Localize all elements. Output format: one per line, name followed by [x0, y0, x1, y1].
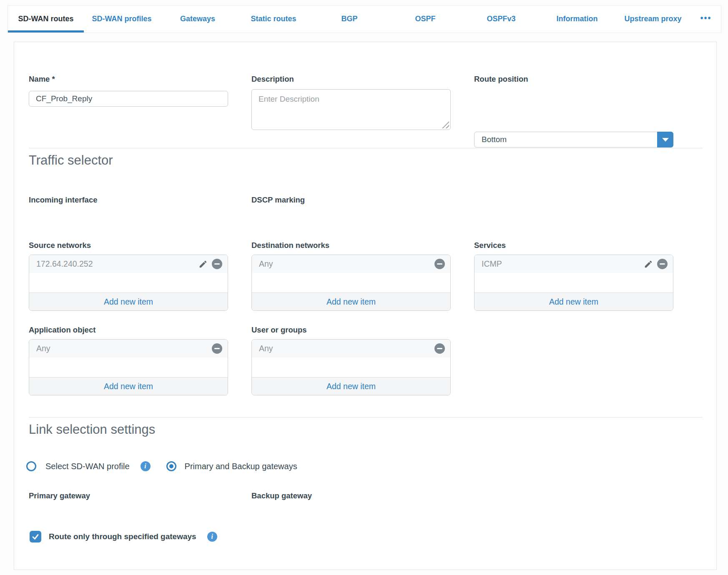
route-position-dropdown-button[interactable]: [657, 132, 673, 148]
application-object-value: Any: [36, 344, 212, 353]
description-label: Description: [251, 75, 294, 84]
route-edit-panel: Name * Description Route position Bottom…: [14, 42, 717, 570]
destination-networks-add-button[interactable]: Add new item: [252, 292, 450, 310]
info-icon[interactable]: i: [207, 532, 217, 542]
destination-networks-listbox: Any Add new item: [251, 255, 451, 311]
traffic-selector-title: Traffic selector: [29, 153, 113, 168]
remove-minus-icon[interactable]: [434, 259, 445, 269]
sd-wan-profile-radio-label: Select SD-WAN profile: [45, 462, 130, 471]
primary-backup-gateways-radio-label: Primary and Backup gateways: [185, 462, 297, 471]
destination-networks-label: Destination networks: [251, 241, 329, 250]
tab-gateways[interactable]: Gateways: [160, 6, 236, 32]
services-add-button[interactable]: Add new item: [474, 292, 673, 310]
incoming-interface-label: Incoming interface: [29, 195, 97, 205]
source-networks-listbox: 172.64.240.252 Add new item: [29, 255, 228, 311]
section-divider: [29, 417, 703, 418]
tab-ospfv3[interactable]: OSPFv3: [463, 6, 539, 32]
sd-wan-profile-radio[interactable]: [26, 461, 36, 471]
application-object-add-button[interactable]: Add new item: [29, 377, 228, 395]
user-or-groups-value: Any: [259, 344, 434, 353]
remove-minus-icon[interactable]: [657, 259, 668, 269]
listbox-empty-area: [29, 358, 228, 377]
backup-gateway-label: Backup gateway: [251, 491, 312, 500]
service-value: ICMP: [482, 259, 643, 269]
route-only-checkbox-label: Route only through specified gateways: [49, 532, 196, 541]
name-input[interactable]: [29, 91, 228, 107]
destination-network-value: Any: [259, 259, 434, 269]
primary-gateway-label: Primary gateway: [29, 491, 90, 500]
remove-minus-icon[interactable]: [434, 343, 445, 354]
route-position-label: Route position: [474, 75, 528, 84]
user-or-groups-label: User or groups: [251, 325, 307, 335]
tab-sd-wan-routes[interactable]: SD-WAN routes: [8, 6, 84, 32]
source-network-value: 172.64.240.252: [36, 259, 198, 269]
list-item: Any: [29, 340, 228, 358]
list-item: Any: [252, 340, 450, 358]
chevron-down-icon: [662, 138, 669, 142]
edit-pencil-icon[interactable]: [643, 259, 653, 269]
section-divider: [29, 148, 703, 148]
application-object-label: Application object: [29, 325, 95, 335]
tab-bgp[interactable]: BGP: [311, 6, 387, 32]
tab-information[interactable]: Information: [539, 6, 615, 32]
remove-minus-icon[interactable]: [212, 259, 222, 269]
listbox-empty-area: [474, 273, 673, 292]
application-object-listbox: Any Add new item: [29, 339, 228, 395]
name-label: Name *: [29, 75, 55, 84]
listbox-empty-area: [252, 273, 450, 292]
listbox-empty-area: [29, 273, 228, 292]
check-icon: [32, 533, 39, 540]
primary-backup-gateways-radio[interactable]: [166, 461, 176, 471]
link-selection-title: Link selection settings: [29, 422, 155, 437]
services-listbox: ICMP Add new item: [474, 255, 673, 311]
user-or-groups-add-button[interactable]: Add new item: [252, 377, 450, 395]
user-or-groups-listbox: Any Add new item: [251, 339, 451, 395]
tab-sd-wan-profiles[interactable]: SD-WAN profiles: [84, 6, 160, 32]
route-position-dropdown[interactable]: Bottom: [474, 132, 673, 148]
tab-upstream-proxy[interactable]: Upstream proxy: [615, 6, 691, 32]
source-networks-label: Source networks: [29, 241, 91, 250]
edit-pencil-icon[interactable]: [198, 259, 208, 269]
list-item: 172.64.240.252: [29, 255, 228, 273]
remove-minus-icon[interactable]: [212, 343, 222, 354]
tab-ospf[interactable]: OSPF: [387, 6, 463, 32]
dscp-marking-label: DSCP marking: [251, 195, 305, 205]
list-item: ICMP: [474, 255, 673, 273]
list-item: Any: [252, 255, 450, 273]
description-textarea[interactable]: [251, 89, 451, 130]
tab-bar: SD-WAN routes SD-WAN profiles Gateways S…: [8, 5, 721, 33]
route-position-value: Bottom: [482, 132, 507, 147]
info-icon[interactable]: i: [141, 461, 151, 471]
more-tabs-icon[interactable]: •••: [691, 6, 721, 32]
source-networks-add-button[interactable]: Add new item: [29, 292, 228, 310]
services-label: Services: [474, 241, 506, 250]
route-only-checkbox[interactable]: [30, 531, 41, 542]
listbox-empty-area: [252, 358, 450, 377]
tab-static-routes[interactable]: Static routes: [236, 6, 311, 32]
